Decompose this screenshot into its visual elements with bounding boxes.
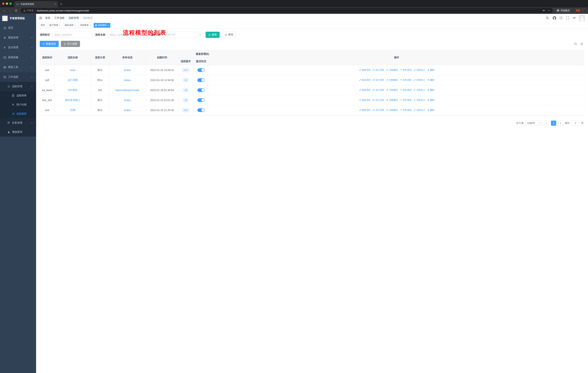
cell-process-id: test [40, 105, 54, 115]
flag-icon [7, 121, 10, 124]
red-annotation-text: 流程模型的列表 [123, 29, 166, 37]
cell-actions: 修改流程 设计流程 分配规则 发布流程 流程定义 删除 [209, 75, 294, 85]
browser-toolbar: ← → 不安全 dashboard.yudao.iocoder.cn/bpm/m… [0, 7, 294, 14]
tag-process-form[interactable]: 流程表单× [78, 23, 93, 28]
chevron-down-icon [31, 47, 33, 49]
address-bar[interactable]: 不安全 dashboard.yudao.iocoder.cn/bpm/manag… [21, 8, 294, 13]
create-process-button[interactable]: 新建流程 [40, 41, 59, 47]
reload-button[interactable] [13, 8, 19, 13]
cell-created-time: 2022-01-16 11:54:30 [146, 75, 178, 85]
dashboard-icon [3, 26, 6, 29]
app-logo[interactable]: 芋道管理系统 [0, 14, 36, 23]
process-name-link[interactable]: 滔博 [54, 105, 91, 115]
sidebar-item-devtools[interactable]: 研发工具 [0, 62, 36, 72]
search-button[interactable]: 搜索 [206, 32, 220, 38]
form-info-link[interactable]: /bpm/oa/leave/create [109, 85, 146, 95]
tab-strip: 芋道管理系统 × + [0, 0, 294, 7]
sidebar-item-infrastructure[interactable]: 基础设施 [0, 52, 36, 62]
minimize-window-button[interactable] [6, 2, 8, 5]
import-process-button[interactable]: 导入流程 [61, 41, 80, 47]
security-label: 不安全 [27, 9, 34, 12]
table-toolbar: 新建流程 导入流程 [40, 41, 294, 47]
sidebar-collapse-icon[interactable] [39, 16, 42, 20]
form-info-link[interactable]: biubiu [109, 75, 146, 85]
sidebar-item-process-management[interactable]: 流程管理 [0, 82, 36, 91]
app-sidebar: 芋道管理系统 首页 系统管理 ¥ 支付管理 基础设施 研发工具 工作 [0, 14, 36, 186]
sidebar-item-workflow[interactable]: 工作流程 [0, 72, 36, 82]
close-icon[interactable]: × [74, 24, 76, 27]
document-icon [12, 94, 15, 97]
sidebar-item-task-management[interactable]: 任务管理 [0, 118, 36, 128]
process-name-link[interactable]: 测试多审批人 [54, 95, 91, 105]
version-badge: v5 [183, 88, 189, 92]
back-button[interactable]: ← [2, 8, 7, 13]
tab-favicon-icon [16, 3, 19, 6]
warning-icon [23, 10, 26, 12]
tag-tenant[interactable]: 租户管理× [48, 23, 62, 28]
active-toggle[interactable] [197, 98, 205, 102]
briefcase-icon [3, 76, 6, 79]
yen-icon: ¥ [3, 46, 6, 49]
table-row: eee eeee 默认 biubiu 2022-01-20 13:08:31 v… [40, 65, 294, 75]
cell-process-id: oa_leave [40, 85, 54, 95]
process-id-input[interactable] [52, 32, 92, 38]
paper-plane-icon [12, 112, 15, 115]
col-header-actions: 操作 [209, 50, 294, 65]
security-indicator[interactable]: 不安全 [23, 9, 34, 12]
sidebar-item-home[interactable]: 首页 [0, 23, 36, 33]
process-id-label: 流程标识 [40, 33, 50, 36]
tag-process-model[interactable]: 流程模型× [94, 23, 110, 28]
browser-tab[interactable]: 芋道管理系统 × [14, 1, 58, 7]
form-info-link[interactable]: biubiu [109, 95, 146, 105]
col-header-form-info: 表单信息 [109, 50, 146, 65]
process-name-link[interactable]: eeee [54, 65, 91, 75]
process-name-link[interactable]: OA 请假 [54, 85, 91, 95]
active-toggle[interactable] [197, 68, 205, 72]
tag-home[interactable]: 首页 [39, 23, 47, 28]
col-header-created-time: 创建时间 [146, 50, 178, 65]
active-toggle[interactable] [197, 88, 205, 92]
new-tab-button[interactable]: + [60, 2, 62, 6]
active-toggle[interactable] [197, 108, 205, 112]
close-icon[interactable]: × [59, 24, 60, 27]
sidebar-item-payment[interactable]: ¥ 支付管理 [0, 43, 36, 52]
process-name-link[interactable]: 自己审批 [54, 75, 91, 85]
filter-bar: 流程标识 流程名称 流程分类 流程分类 搜索 重置 [40, 32, 294, 38]
close-icon[interactable]: × [107, 24, 109, 27]
table-row: test_001 测试多审批人 默认 biubiu 2022-01-15 22:… [40, 95, 294, 105]
cell-process-id: eee [40, 65, 54, 75]
tab-title: 芋道管理系统 [21, 3, 53, 6]
tab-close-icon[interactable]: × [55, 3, 56, 6]
page-content: 流程标识 流程名称 流程分类 流程分类 搜索 重置 [36, 28, 294, 186]
sidebar-item-process-model[interactable]: 流程模型 [0, 109, 36, 118]
chevron-up-icon [31, 86, 33, 87]
breadcrumb-process-management[interactable]: 流程管理 [69, 16, 79, 20]
cell-process-id: test_001 [40, 95, 54, 105]
close-icon[interactable]: × [90, 24, 91, 27]
forward-button[interactable]: → [8, 8, 13, 13]
col-header-status: 激活状态 [193, 58, 209, 65]
search-icon [208, 34, 211, 36]
chevron-down-icon [31, 56, 33, 58]
sidebar-item-process-form[interactable]: 流程表单 [0, 91, 36, 100]
version-badge: v21 [182, 108, 189, 112]
sidebar-item-system[interactable]: 系统管理 [0, 33, 36, 43]
person-icon [7, 131, 10, 133]
zoom-window-button[interactable] [10, 2, 12, 5]
form-info-link[interactable]: biubiu [109, 65, 146, 75]
close-window-button[interactable] [2, 2, 4, 5]
cell-actions: 修改流程 设计流程 分配规则 发布流程 流程定义 删除 [209, 65, 294, 75]
tag-my-process[interactable]: 我的流程× [63, 23, 77, 28]
logo-rabbit-avatar [2, 16, 8, 21]
breadcrumb-workflow[interactable]: 工作流程 [54, 16, 64, 20]
col-header-category: 流程分类 [91, 50, 109, 65]
chevron-down-icon [31, 37, 33, 39]
sidebar-item-user-group[interactable]: 用户分组 [0, 100, 36, 109]
active-toggle[interactable] [197, 78, 205, 82]
process-category-select[interactable]: 流程分类 [163, 32, 203, 38]
form-info-link[interactable]: biubiu [109, 105, 146, 115]
breadcrumb-home[interactable]: 首页 [45, 16, 50, 20]
sidebar-item-leave-query[interactable]: 请假查询 [0, 128, 36, 137]
chevron-down-icon [31, 66, 33, 68]
reset-button[interactable]: 重置 [222, 32, 236, 38]
